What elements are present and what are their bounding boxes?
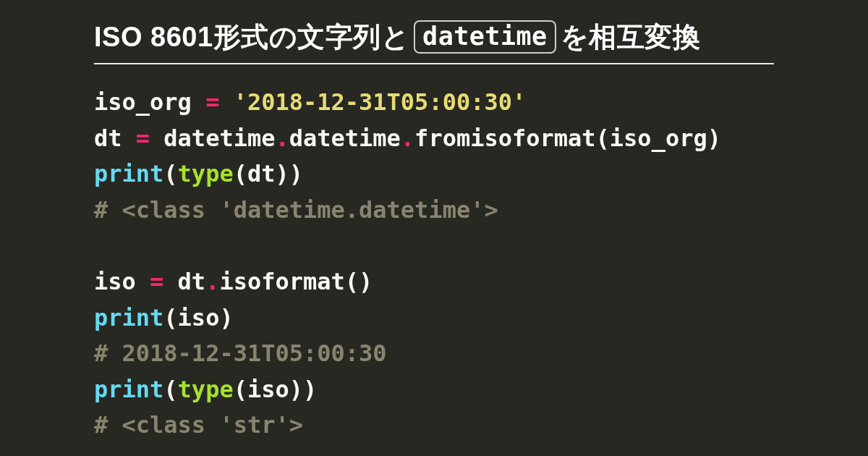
title-suffix: を相互変換 — [561, 22, 701, 52]
code-line — [94, 228, 774, 264]
code-token: iso — [94, 268, 150, 295]
code-token: iso_org — [610, 124, 707, 152]
code-line: # <class 'datetime.datetime'> — [94, 193, 774, 229]
code-line: iso_org = '2018-12-31T05:00:30' — [94, 85, 774, 121]
code-block: iso_org = '2018-12-31T05:00:30'dt = date… — [94, 85, 774, 444]
code-token: type — [178, 376, 234, 403]
code-token: print — [94, 304, 163, 332]
code-token: . — [205, 268, 219, 295]
code-token: ) — [219, 304, 233, 332]
code-token: iso — [247, 376, 289, 403]
code-token: ) — [289, 160, 303, 187]
code-token: = — [150, 268, 163, 295]
code-token: iso — [178, 304, 220, 332]
code-line: dt = datetime.datetime.fromisoformat(iso… — [94, 121, 774, 157]
code-token: dt — [94, 124, 136, 152]
code-token: type — [178, 160, 234, 187]
code-token: ) — [275, 160, 289, 187]
code-token: print — [94, 376, 163, 403]
code-token: ( — [234, 376, 247, 403]
code-token: # 2018-12-31T05:00:30 — [94, 339, 387, 367]
code-token: # <class 'datetime.datetime'> — [94, 196, 498, 224]
code-token: # <class 'str'> — [94, 411, 303, 439]
code-token — [219, 88, 233, 116]
code-line: print(type(dt)) — [94, 156, 774, 193]
code-token: print — [94, 160, 163, 187]
title-prefix: ISO 8601形式の文字列と — [94, 22, 409, 52]
code-line: print(type(iso)) — [94, 372, 774, 408]
code-token: = — [205, 88, 219, 116]
code-line: # <class 'str'> — [94, 408, 774, 444]
code-token: dt — [163, 268, 205, 295]
code-line: print(iso) — [94, 300, 774, 337]
code-line: iso = dt.isoformat() — [94, 264, 774, 300]
code-token: ) — [707, 124, 721, 152]
code-token: dt — [247, 160, 276, 187]
page-title: ISO 8601形式の文字列とdatetimeを相互変換 — [94, 19, 774, 64]
code-token: ( — [163, 376, 177, 403]
code-token: . — [401, 124, 414, 152]
code-token: = — [136, 124, 150, 152]
title-keyword: datetime — [414, 20, 556, 54]
code-token: datetime — [289, 124, 401, 152]
code-token: ) — [289, 376, 303, 403]
code-token: datetime — [150, 124, 275, 152]
code-token: ( — [596, 124, 610, 152]
code-token: isoformat — [219, 268, 344, 295]
code-token: iso_org — [94, 88, 205, 116]
code-token: fromisoformat — [414, 124, 595, 152]
page: ISO 8601形式の文字列とdatetimeを相互変換 iso_org = '… — [0, 0, 868, 444]
code-token: ( — [163, 160, 177, 187]
code-token: '2018-12-31T05:00:30' — [234, 88, 527, 116]
code-line: # 2018-12-31T05:00:30 — [94, 336, 774, 372]
code-token: . — [275, 124, 289, 152]
code-token: ( — [234, 160, 247, 187]
code-token: ( — [163, 304, 177, 332]
code-token: () — [345, 268, 373, 295]
code-token: ) — [303, 376, 317, 403]
